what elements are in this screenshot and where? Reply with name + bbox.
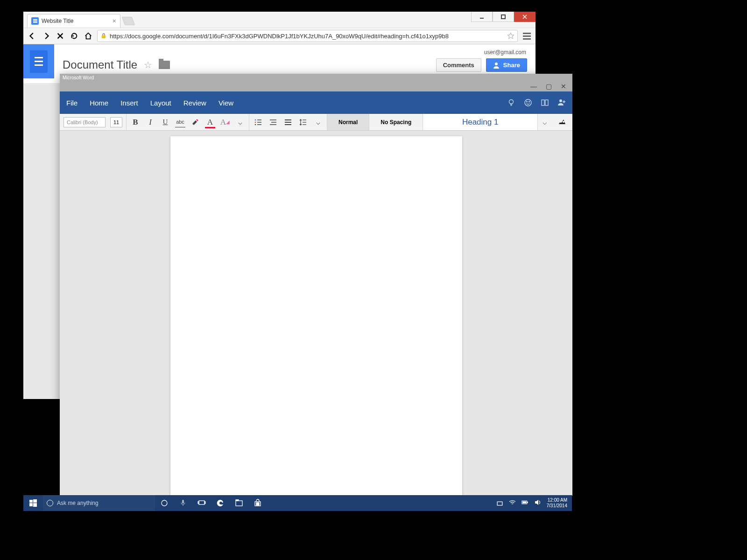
comments-button[interactable]: Comments [436, 58, 481, 72]
task-view-icon[interactable] [192, 495, 211, 511]
url-input[interactable] [110, 33, 504, 40]
stop-button[interactable] [55, 31, 65, 41]
font-dropdown-icon[interactable]: ⌵ [235, 117, 245, 127]
taskbar-tray: 12:00 AM 7/31/2014 [496, 495, 572, 511]
cortana-circle-icon[interactable] [155, 495, 174, 511]
close-button[interactable] [514, 12, 536, 22]
star-icon[interactable]: ☆ [144, 59, 152, 70]
tab-layout[interactable]: Layout [150, 99, 171, 107]
battery-icon[interactable] [521, 499, 529, 508]
smiley-icon[interactable] [524, 98, 532, 107]
tab-title: Website Title [42, 18, 110, 24]
bold-button[interactable]: B [130, 117, 141, 127]
person-icon [493, 62, 500, 69]
style-heading-1[interactable]: Heading 1 [423, 114, 538, 130]
document-title[interactable]: Document Title [63, 58, 137, 71]
share-person-icon[interactable] [557, 98, 566, 107]
svg-point-8 [509, 100, 514, 104]
edge-icon[interactable] [211, 495, 230, 511]
text-effects-button[interactable]: A◢ [220, 117, 230, 127]
word-app-name: Microsoft Word [63, 75, 94, 80]
reload-button[interactable] [69, 31, 79, 41]
home-button[interactable] [83, 31, 93, 41]
highlight-button[interactable] [190, 117, 200, 127]
bookmark-star-icon[interactable] [507, 32, 514, 40]
format-group: B I U abc A A◢ ⌵ [127, 114, 249, 130]
new-tab-button[interactable] [122, 17, 135, 25]
folder-icon[interactable] [159, 61, 170, 69]
font-color-button[interactable]: A [205, 117, 215, 127]
chrome-menu-button[interactable] [521, 31, 532, 41]
share-button[interactable]: Share [486, 58, 527, 72]
word-ribbon-right [507, 98, 566, 107]
align-button[interactable] [283, 117, 293, 127]
svg-rect-51 [497, 502, 502, 505]
back-button[interactable] [27, 31, 37, 41]
forward-button[interactable] [41, 31, 51, 41]
svg-point-35 [563, 121, 564, 123]
svg-rect-54 [522, 501, 526, 503]
tab-review[interactable]: Review [183, 99, 206, 107]
word-page[interactable] [170, 136, 462, 496]
lightbulb-icon[interactable] [507, 98, 515, 107]
svg-point-21 [255, 124, 256, 125]
svg-rect-14 [542, 100, 544, 105]
word-canvas[interactable] [60, 131, 572, 496]
svg-point-34 [560, 121, 562, 123]
store-icon[interactable] [248, 495, 267, 511]
minimize-button[interactable] [471, 12, 493, 22]
paragraph-dropdown-icon[interactable]: ⌵ [313, 117, 323, 127]
bullets-button[interactable] [253, 117, 263, 127]
svg-rect-6 [102, 35, 106, 38]
find-button[interactable] [552, 117, 572, 127]
svg-rect-37 [33, 499, 37, 503]
start-button[interactable] [23, 495, 43, 511]
svg-rect-53 [527, 501, 528, 503]
style-no-spacing[interactable]: No Spacing [369, 114, 423, 130]
tab-insert[interactable]: Insert [120, 99, 138, 107]
styles-dropdown-icon[interactable]: ⌵ [538, 118, 552, 126]
svg-rect-48 [258, 503, 260, 504]
taskbar-clock[interactable]: 12:00 AM 7/31/2014 [547, 497, 568, 509]
word-minimize-button[interactable]: ― [530, 83, 537, 90]
taskbar-search[interactable]: Ask me anything [43, 495, 155, 511]
font-group [60, 114, 127, 130]
reading-icon[interactable] [541, 98, 549, 107]
tab-view[interactable]: View [218, 99, 233, 107]
tab-file[interactable]: File [66, 99, 78, 107]
italic-button[interactable]: I [145, 117, 155, 127]
svg-point-13 [529, 101, 530, 102]
svg-rect-43 [198, 502, 199, 504]
word-maximize-button[interactable]: ▢ [545, 83, 552, 90]
svg-rect-38 [29, 503, 33, 506]
tab-home[interactable]: Home [90, 99, 108, 107]
svg-rect-50 [258, 504, 260, 506]
explorer-icon[interactable] [230, 495, 248, 511]
svg-rect-45 [236, 501, 242, 506]
svg-point-40 [162, 500, 167, 506]
font-size-input[interactable] [110, 117, 122, 127]
mic-icon[interactable] [174, 495, 192, 511]
wifi-icon[interactable] [509, 499, 516, 508]
volume-icon[interactable] [534, 499, 541, 508]
word-close-button[interactable]: ✕ [560, 83, 567, 90]
underline-button[interactable]: U [160, 117, 170, 127]
clear-format-button[interactable]: abc [175, 117, 185, 127]
font-name-input[interactable] [63, 117, 106, 127]
browser-tab[interactable]: Website Title × [27, 14, 120, 28]
window-controls [471, 12, 536, 22]
maximize-button[interactable] [493, 12, 514, 22]
docs-logo-icon[interactable] [30, 50, 48, 73]
line-spacing-button[interactable] [298, 117, 308, 127]
word-window: Microsoft Word ― ▢ ✕ File Home Insert La… [60, 74, 572, 496]
tab-close-icon[interactable]: × [113, 17, 116, 25]
word-window-controls: ― ▢ ✕ [60, 81, 572, 91]
user-email[interactable]: user@gmail.com [484, 49, 526, 56]
style-normal[interactable]: Normal [327, 114, 369, 130]
address-bar[interactable] [97, 30, 518, 42]
docs-header-buttons: Comments Share [436, 58, 527, 72]
tray-up-icon[interactable] [496, 495, 503, 511]
numbering-button[interactable] [268, 117, 278, 127]
svg-rect-36 [29, 500, 33, 503]
word-toolbar: B I U abc A A◢ ⌵ ⌵ Normal No Spacing Hea… [60, 114, 572, 131]
